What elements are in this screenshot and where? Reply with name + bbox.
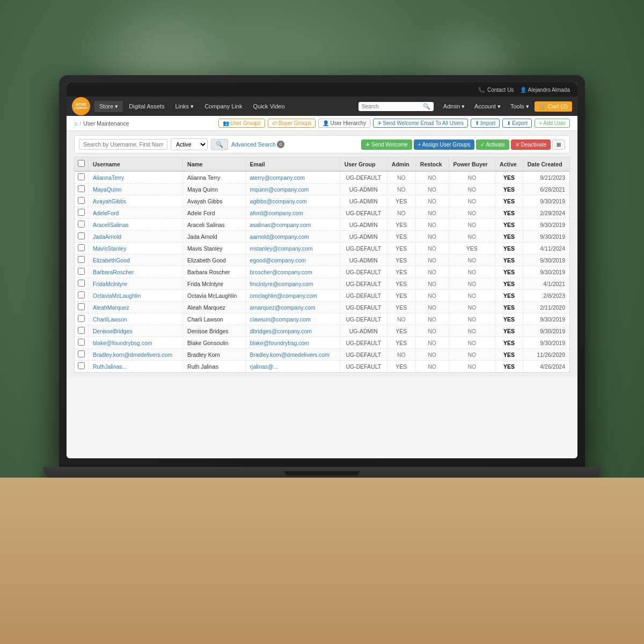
search-icon[interactable]: 🔍	[423, 103, 430, 110]
name-cell: Bradley Korn	[183, 349, 245, 361]
row-checkbox[interactable]	[78, 303, 85, 310]
username-cell[interactable]: AdeleFord	[89, 207, 183, 219]
breadcrumb-separator: /	[79, 120, 81, 127]
email-cell[interactable]: aford@company.com	[245, 207, 340, 219]
group-cell: UG-ADMIN	[340, 184, 387, 195]
email-cell[interactable]: egood@company.com	[245, 254, 340, 266]
username-cell[interactable]: AraceliSalinas	[89, 219, 183, 231]
send-welcome-btn[interactable]: ✈ Send Welcome	[361, 140, 412, 150]
username-cell[interactable]: JadaArnold	[89, 231, 183, 243]
add-user-btn[interactable]: + Add User	[535, 119, 570, 128]
username-cell[interactable]: Bradley.korn@dmedelivers.com	[89, 349, 183, 361]
row-checkbox[interactable]	[78, 232, 85, 239]
user-hierarchy-btn[interactable]: 👤 User Hierarchy	[318, 119, 370, 128]
email-cell[interactable]: asalinas@company.com	[245, 219, 340, 231]
user-icon: 👤	[520, 87, 526, 93]
username-cell[interactable]: AvayahGibbs	[89, 195, 183, 207]
group-cell: UG-DEFAULT	[340, 313, 387, 325]
buyer-groups-btn[interactable]: 🏷 Buyer Groups	[268, 119, 316, 128]
select-all-checkbox[interactable]	[78, 160, 85, 167]
row-checkbox[interactable]	[78, 221, 85, 228]
search-box[interactable]: 🔍	[358, 102, 434, 111]
active-cell: YES	[495, 361, 523, 372]
row-checkbox[interactable]	[78, 173, 85, 180]
nav-item-store[interactable]: Store ▾	[94, 101, 123, 112]
email-cell[interactable]: fmcintyre@company.com	[245, 278, 340, 290]
col-email: Email	[245, 157, 340, 171]
username-cell[interactable]: BarbaraRoscher	[89, 266, 183, 278]
username-cell[interactable]: RuthJalinas...	[89, 361, 183, 372]
username-cell[interactable]: MavisStanley	[89, 243, 183, 254]
email-cell[interactable]: mstanley@company.com	[245, 243, 340, 254]
nav-item-quick-video[interactable]: Quick Video	[248, 101, 289, 112]
status-filter[interactable]: Active Inactive All	[171, 138, 208, 150]
activate-btn[interactable]: ✓ Activate	[476, 140, 509, 150]
row-checkbox[interactable]	[78, 362, 85, 369]
date-cell: 2/8/2023	[523, 290, 569, 302]
username-cell[interactable]: AliannaTerry	[89, 171, 183, 184]
import-btn[interactable]: ⬆ Import	[471, 119, 500, 128]
username-cell[interactable]: FridaMcIntyre	[89, 278, 183, 290]
filter-search-btn[interactable]: 🔍	[211, 139, 228, 150]
nav-account[interactable]: Account ▾	[470, 101, 505, 112]
email-cell[interactable]: Bradley.korn@dmedelivers.com	[245, 349, 340, 361]
row-checkbox[interactable]	[78, 350, 85, 357]
row-checkbox[interactable]	[78, 197, 85, 204]
advanced-search-link[interactable]: Advanced Search 0	[231, 141, 284, 148]
username-cell[interactable]: blake@foundrybsg.com	[89, 337, 183, 349]
email-cell[interactable]: clawson@company.com	[245, 313, 340, 325]
row-checkbox[interactable]	[78, 339, 85, 346]
username-cell[interactable]: MayaQuinn	[89, 184, 183, 195]
users-table: Username Name Email User Group Admin Res…	[75, 157, 569, 372]
email-cell[interactable]: amarquez@company.com	[245, 302, 340, 313]
user-groups-btn[interactable]: 👥 User Groups	[218, 119, 265, 128]
contact-link[interactable]: 📞 Contact Us	[478, 87, 514, 93]
row-checkbox[interactable]	[78, 244, 85, 251]
username-cell[interactable]: ElizabethGood	[89, 254, 183, 266]
email-cell[interactable]: dbridges@company.com	[245, 325, 340, 337]
send-welcome-all-btn[interactable]: ✈ Send Welcome Email To All Users	[373, 119, 468, 128]
export-btn[interactable]: ⬇ Export	[502, 119, 532, 128]
deactivate-btn[interactable]: ✕ Deactivate	[511, 140, 551, 150]
row-checkbox[interactable]	[78, 291, 85, 298]
email-cell[interactable]: mquinn@company.com	[245, 184, 340, 195]
email-cell[interactable]: omclaghlin@company.com	[245, 290, 340, 302]
group-cell: UG-DEFAULT	[340, 302, 387, 313]
nav-item-company-link[interactable]: Company Link	[200, 101, 247, 112]
row-checkbox[interactable]	[78, 268, 85, 275]
group-cell: UG-DEFAULT	[340, 337, 387, 349]
nav-tools[interactable]: Tools ▾	[506, 101, 533, 112]
nav-item-links[interactable]: Links ▾	[170, 101, 199, 112]
row-checkbox[interactable]	[78, 280, 85, 287]
row-checkbox[interactable]	[78, 209, 85, 216]
nav-admin[interactable]: Admin ▾	[439, 101, 469, 112]
home-icon[interactable]: ⌂	[74, 120, 77, 127]
nav-item-digital-assets[interactable]: Digital Assets	[124, 101, 169, 112]
username-cell[interactable]: OctaviaMcLaughlin	[89, 290, 183, 302]
hierarchy-icon: 👤	[323, 120, 329, 126]
row-checkbox[interactable]	[78, 315, 85, 322]
email-cell[interactable]: aarnold@company.com	[245, 231, 340, 243]
name-cell: Frida McIntyre	[183, 278, 245, 290]
row-checkbox[interactable]	[78, 185, 85, 192]
name-cell: Barbara Roscher	[183, 266, 245, 278]
columns-btn[interactable]: ⊞	[552, 140, 565, 150]
group-cell: UG-DEFAULT	[340, 266, 387, 278]
row-checkbox[interactable]	[78, 256, 85, 263]
table-row: AraceliSalinas Araceli Salinas asalinas@…	[75, 219, 569, 231]
email-cell[interactable]: agibbs@company.com	[245, 195, 340, 207]
email-cell[interactable]: rjalinas@...	[245, 361, 340, 372]
email-cell[interactable]: aterry@company.com	[245, 171, 340, 184]
email-cell[interactable]: blake@foundrybsg.com	[245, 337, 340, 349]
email-cell[interactable]: broscher@company.com	[245, 266, 340, 278]
username-cell[interactable]: DenisseBridges	[89, 325, 183, 337]
active-cell: YES	[495, 219, 523, 231]
row-checkbox[interactable]	[78, 327, 85, 334]
table-row: MayaQuinn Maya Quinn mquinn@company.com …	[75, 184, 569, 195]
nav-cart[interactable]: 🛒 Cart (2)	[535, 101, 572, 112]
search-input[interactable]	[362, 104, 421, 109]
assign-groups-btn[interactable]: + Assign User Groups	[414, 140, 475, 150]
search-users-input[interactable]	[79, 139, 167, 150]
username-cell[interactable]: AleahMarquez	[89, 302, 183, 313]
username-cell[interactable]: CharliLawson	[89, 313, 183, 325]
